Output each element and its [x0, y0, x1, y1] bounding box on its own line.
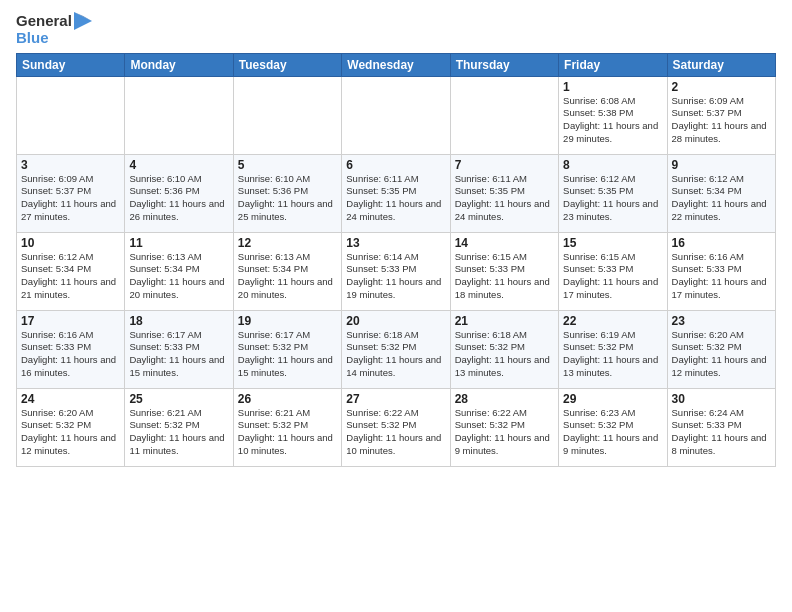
day-number: 18	[129, 314, 228, 328]
day-info: Sunrise: 6:23 AM Sunset: 5:32 PM Dayligh…	[563, 407, 662, 458]
weekday-header-friday: Friday	[559, 53, 667, 76]
day-info: Sunrise: 6:12 AM Sunset: 5:35 PM Dayligh…	[563, 173, 662, 224]
day-number: 25	[129, 392, 228, 406]
day-cell: 24Sunrise: 6:20 AM Sunset: 5:32 PM Dayli…	[17, 388, 125, 466]
day-cell: 15Sunrise: 6:15 AM Sunset: 5:33 PM Dayli…	[559, 232, 667, 310]
day-cell: 26Sunrise: 6:21 AM Sunset: 5:32 PM Dayli…	[233, 388, 341, 466]
day-info: Sunrise: 6:22 AM Sunset: 5:32 PM Dayligh…	[346, 407, 445, 458]
day-cell: 7Sunrise: 6:11 AM Sunset: 5:35 PM Daylig…	[450, 154, 558, 232]
page: General Blue SundayMondayTuesdayWednesda…	[0, 0, 792, 612]
day-cell: 3Sunrise: 6:09 AM Sunset: 5:37 PM Daylig…	[17, 154, 125, 232]
day-cell: 21Sunrise: 6:18 AM Sunset: 5:32 PM Dayli…	[450, 310, 558, 388]
day-cell: 4Sunrise: 6:10 AM Sunset: 5:36 PM Daylig…	[125, 154, 233, 232]
day-number: 27	[346, 392, 445, 406]
day-number: 20	[346, 314, 445, 328]
day-info: Sunrise: 6:19 AM Sunset: 5:32 PM Dayligh…	[563, 329, 662, 380]
week-row-4: 24Sunrise: 6:20 AM Sunset: 5:32 PM Dayli…	[17, 388, 776, 466]
day-number: 22	[563, 314, 662, 328]
logo-arrow-icon	[74, 12, 92, 30]
weekday-header-saturday: Saturday	[667, 53, 775, 76]
day-info: Sunrise: 6:21 AM Sunset: 5:32 PM Dayligh…	[129, 407, 228, 458]
day-cell: 14Sunrise: 6:15 AM Sunset: 5:33 PM Dayli…	[450, 232, 558, 310]
day-cell: 6Sunrise: 6:11 AM Sunset: 5:35 PM Daylig…	[342, 154, 450, 232]
day-cell: 27Sunrise: 6:22 AM Sunset: 5:32 PM Dayli…	[342, 388, 450, 466]
day-cell: 28Sunrise: 6:22 AM Sunset: 5:32 PM Dayli…	[450, 388, 558, 466]
day-cell	[17, 76, 125, 154]
day-info: Sunrise: 6:09 AM Sunset: 5:37 PM Dayligh…	[672, 95, 771, 146]
day-cell: 12Sunrise: 6:13 AM Sunset: 5:34 PM Dayli…	[233, 232, 341, 310]
day-number: 28	[455, 392, 554, 406]
day-info: Sunrise: 6:12 AM Sunset: 5:34 PM Dayligh…	[21, 251, 120, 302]
weekday-header-row: SundayMondayTuesdayWednesdayThursdayFrid…	[17, 53, 776, 76]
day-cell: 5Sunrise: 6:10 AM Sunset: 5:36 PM Daylig…	[233, 154, 341, 232]
day-number: 9	[672, 158, 771, 172]
day-info: Sunrise: 6:10 AM Sunset: 5:36 PM Dayligh…	[238, 173, 337, 224]
day-info: Sunrise: 6:18 AM Sunset: 5:32 PM Dayligh…	[455, 329, 554, 380]
day-cell: 2Sunrise: 6:09 AM Sunset: 5:37 PM Daylig…	[667, 76, 775, 154]
day-info: Sunrise: 6:17 AM Sunset: 5:32 PM Dayligh…	[238, 329, 337, 380]
day-info: Sunrise: 6:20 AM Sunset: 5:32 PM Dayligh…	[672, 329, 771, 380]
day-number: 26	[238, 392, 337, 406]
day-info: Sunrise: 6:11 AM Sunset: 5:35 PM Dayligh…	[346, 173, 445, 224]
day-cell: 30Sunrise: 6:24 AM Sunset: 5:33 PM Dayli…	[667, 388, 775, 466]
week-row-0: 1Sunrise: 6:08 AM Sunset: 5:38 PM Daylig…	[17, 76, 776, 154]
day-cell: 19Sunrise: 6:17 AM Sunset: 5:32 PM Dayli…	[233, 310, 341, 388]
day-cell: 25Sunrise: 6:21 AM Sunset: 5:32 PM Dayli…	[125, 388, 233, 466]
day-number: 6	[346, 158, 445, 172]
day-info: Sunrise: 6:10 AM Sunset: 5:36 PM Dayligh…	[129, 173, 228, 224]
day-cell: 22Sunrise: 6:19 AM Sunset: 5:32 PM Dayli…	[559, 310, 667, 388]
svg-marker-0	[74, 12, 92, 30]
header: General Blue	[16, 12, 776, 47]
day-info: Sunrise: 6:16 AM Sunset: 5:33 PM Dayligh…	[672, 251, 771, 302]
day-info: Sunrise: 6:09 AM Sunset: 5:37 PM Dayligh…	[21, 173, 120, 224]
day-cell: 10Sunrise: 6:12 AM Sunset: 5:34 PM Dayli…	[17, 232, 125, 310]
day-number: 14	[455, 236, 554, 250]
day-cell: 29Sunrise: 6:23 AM Sunset: 5:32 PM Dayli…	[559, 388, 667, 466]
day-cell: 13Sunrise: 6:14 AM Sunset: 5:33 PM Dayli…	[342, 232, 450, 310]
day-info: Sunrise: 6:16 AM Sunset: 5:33 PM Dayligh…	[21, 329, 120, 380]
day-info: Sunrise: 6:21 AM Sunset: 5:32 PM Dayligh…	[238, 407, 337, 458]
day-info: Sunrise: 6:22 AM Sunset: 5:32 PM Dayligh…	[455, 407, 554, 458]
day-number: 16	[672, 236, 771, 250]
day-cell: 16Sunrise: 6:16 AM Sunset: 5:33 PM Dayli…	[667, 232, 775, 310]
day-number: 1	[563, 80, 662, 94]
day-info: Sunrise: 6:17 AM Sunset: 5:33 PM Dayligh…	[129, 329, 228, 380]
day-number: 4	[129, 158, 228, 172]
day-number: 2	[672, 80, 771, 94]
day-cell	[342, 76, 450, 154]
logo: General Blue	[16, 12, 92, 47]
day-number: 5	[238, 158, 337, 172]
day-number: 17	[21, 314, 120, 328]
day-cell: 9Sunrise: 6:12 AM Sunset: 5:34 PM Daylig…	[667, 154, 775, 232]
calendar-table: SundayMondayTuesdayWednesdayThursdayFrid…	[16, 53, 776, 467]
weekday-header-wednesday: Wednesday	[342, 53, 450, 76]
day-number: 15	[563, 236, 662, 250]
day-info: Sunrise: 6:13 AM Sunset: 5:34 PM Dayligh…	[129, 251, 228, 302]
day-number: 30	[672, 392, 771, 406]
day-number: 11	[129, 236, 228, 250]
day-info: Sunrise: 6:15 AM Sunset: 5:33 PM Dayligh…	[563, 251, 662, 302]
day-cell: 1Sunrise: 6:08 AM Sunset: 5:38 PM Daylig…	[559, 76, 667, 154]
day-cell: 8Sunrise: 6:12 AM Sunset: 5:35 PM Daylig…	[559, 154, 667, 232]
day-number: 12	[238, 236, 337, 250]
weekday-header-tuesday: Tuesday	[233, 53, 341, 76]
day-info: Sunrise: 6:13 AM Sunset: 5:34 PM Dayligh…	[238, 251, 337, 302]
day-number: 3	[21, 158, 120, 172]
week-row-3: 17Sunrise: 6:16 AM Sunset: 5:33 PM Dayli…	[17, 310, 776, 388]
weekday-header-thursday: Thursday	[450, 53, 558, 76]
day-cell	[125, 76, 233, 154]
day-cell: 18Sunrise: 6:17 AM Sunset: 5:33 PM Dayli…	[125, 310, 233, 388]
day-info: Sunrise: 6:11 AM Sunset: 5:35 PM Dayligh…	[455, 173, 554, 224]
day-cell: 17Sunrise: 6:16 AM Sunset: 5:33 PM Dayli…	[17, 310, 125, 388]
day-info: Sunrise: 6:12 AM Sunset: 5:34 PM Dayligh…	[672, 173, 771, 224]
logo-blue-text: Blue	[16, 30, 49, 47]
day-number: 7	[455, 158, 554, 172]
day-info: Sunrise: 6:14 AM Sunset: 5:33 PM Dayligh…	[346, 251, 445, 302]
day-info: Sunrise: 6:15 AM Sunset: 5:33 PM Dayligh…	[455, 251, 554, 302]
day-number: 8	[563, 158, 662, 172]
day-number: 29	[563, 392, 662, 406]
day-info: Sunrise: 6:08 AM Sunset: 5:38 PM Dayligh…	[563, 95, 662, 146]
day-cell: 23Sunrise: 6:20 AM Sunset: 5:32 PM Dayli…	[667, 310, 775, 388]
week-row-2: 10Sunrise: 6:12 AM Sunset: 5:34 PM Dayli…	[17, 232, 776, 310]
day-info: Sunrise: 6:18 AM Sunset: 5:32 PM Dayligh…	[346, 329, 445, 380]
